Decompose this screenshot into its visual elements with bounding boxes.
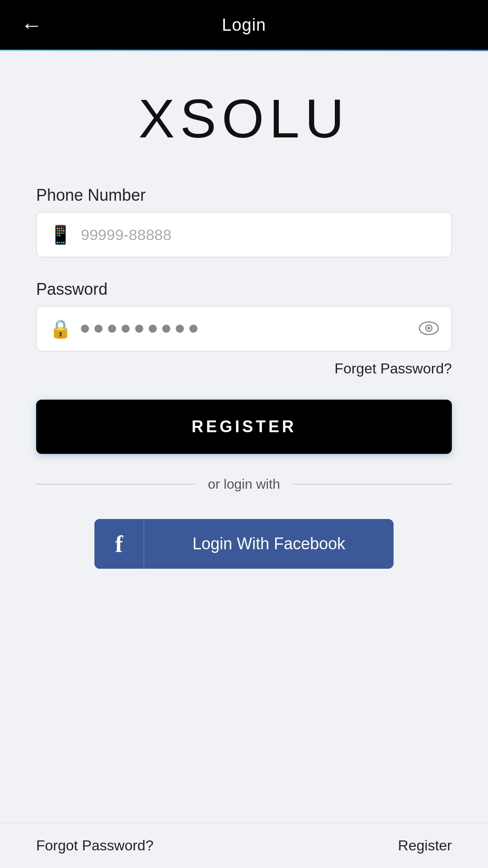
password-label: Password [36, 280, 452, 299]
back-arrow-icon: ← [21, 13, 42, 38]
divider-row: or login with [36, 476, 452, 492]
register-button[interactable]: REGISTER [36, 400, 452, 454]
facebook-icon-section: f [94, 519, 144, 569]
login-form: Phone Number 📱 Password 🔒 [36, 186, 452, 569]
phone-icon: 📱 [49, 224, 72, 245]
dot-8 [176, 325, 184, 333]
dot-2 [94, 325, 103, 333]
phone-input-wrapper: 📱 [36, 212, 452, 257]
eye-icon[interactable] [419, 319, 439, 339]
facebook-icon: f [115, 531, 123, 557]
dot-4 [122, 325, 130, 333]
app-logo: XSOLU [139, 88, 350, 149]
facebook-label: Login With Facebook [144, 534, 394, 553]
password-input-wrapper: 🔒 [36, 306, 452, 351]
phone-input[interactable] [81, 226, 439, 244]
dot-3 [108, 325, 116, 333]
dot-9 [189, 325, 197, 333]
svg-point-2 [427, 327, 430, 330]
dot-7 [162, 325, 170, 333]
phone-label: Phone Number [36, 186, 452, 205]
back-button[interactable]: ← [18, 11, 45, 38]
divider-line-right [293, 484, 452, 485]
facebook-login-button[interactable]: f Login With Facebook [94, 519, 394, 569]
page-title: Login [222, 15, 266, 35]
divider-text: or login with [195, 476, 293, 492]
top-navigation-bar: ← Login [0, 0, 488, 50]
forget-password-row: Forget Password? [36, 360, 452, 377]
lock-icon: 🔒 [49, 318, 72, 340]
dot-6 [149, 325, 157, 333]
bottom-bar: Forgot Password? Register [0, 823, 488, 868]
divider-line-left [36, 484, 195, 485]
password-dots [81, 325, 414, 333]
main-content: XSOLU Phone Number 📱 Password 🔒 [0, 51, 488, 823]
dot-5 [135, 325, 143, 333]
logo-container: XSOLU [139, 87, 350, 150]
bottom-forgot-password[interactable]: Forgot Password? [36, 837, 154, 854]
forget-password-link[interactable]: Forget Password? [334, 360, 452, 377]
bottom-register[interactable]: Register [398, 837, 452, 854]
dot-1 [81, 325, 89, 333]
